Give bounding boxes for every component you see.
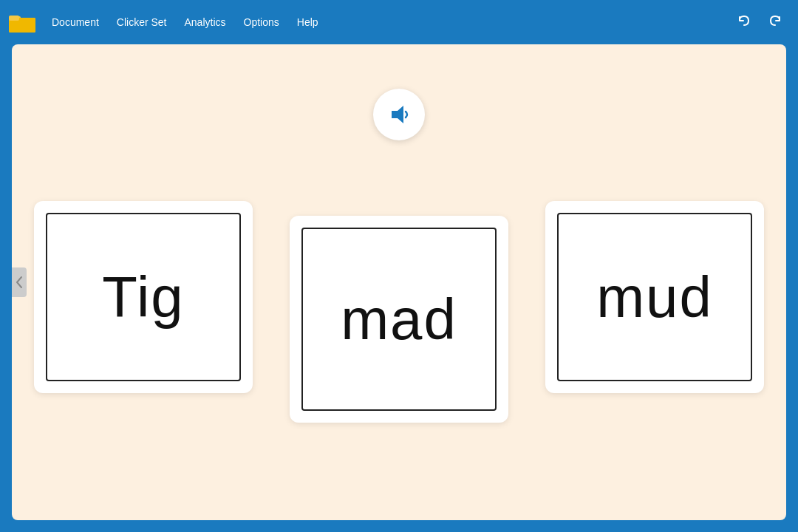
- card-mad-text: mad: [341, 286, 457, 353]
- left-arrow[interactable]: [12, 267, 27, 297]
- nav-document[interactable]: Document: [44, 13, 106, 31]
- card-mud[interactable]: mud: [545, 201, 764, 393]
- card-mud-inner: mud: [557, 213, 752, 381]
- nav-help[interactable]: Help: [290, 13, 326, 31]
- undo-button[interactable]: [733, 10, 757, 34]
- card-tig-text: Tig: [102, 264, 184, 331]
- titlebar: Document Clicker Set Analytics Options H…: [0, 0, 798, 44]
- svg-marker-4: [392, 106, 403, 123]
- folder-icon[interactable]: [9, 12, 35, 33]
- redo-button[interactable]: [763, 10, 786, 34]
- nav-clicker-set[interactable]: Clicker Set: [109, 13, 174, 31]
- nav-analytics[interactable]: Analytics: [177, 13, 233, 31]
- card-tig[interactable]: Tig: [34, 201, 253, 393]
- titlebar-controls: [733, 10, 786, 34]
- speaker-button[interactable]: [373, 89, 425, 140]
- nav-options[interactable]: Options: [236, 13, 287, 31]
- nav-menu: Document Clicker Set Analytics Options H…: [44, 13, 326, 31]
- cards-container: Tig mad mud: [12, 171, 786, 423]
- card-mad[interactable]: mad: [290, 216, 508, 423]
- card-tig-inner: Tig: [46, 213, 241, 381]
- card-mud-text: mud: [596, 264, 713, 331]
- main-content: Tig mad mud: [12, 44, 786, 520]
- card-mad-inner: mad: [301, 228, 497, 411]
- svg-rect-3: [9, 16, 19, 21]
